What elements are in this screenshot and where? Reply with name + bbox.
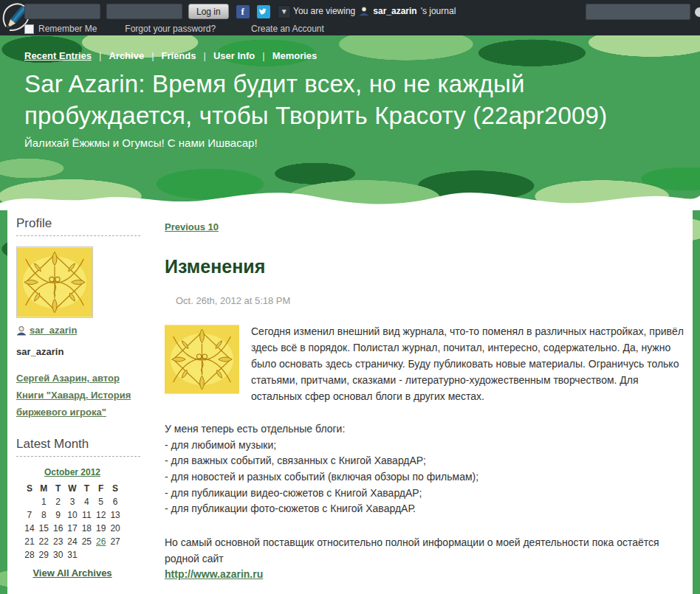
weekday-label: T [51, 482, 65, 495]
calendar-day [22, 495, 36, 508]
calendar-week-row: 7 8 9 10 11 12 13 [22, 508, 123, 522]
entry-title: Изменения [165, 256, 684, 277]
latest-month-heading: Latest Month [16, 437, 140, 457]
weekday-label: W [65, 482, 79, 495]
calendar-day: 25 [80, 535, 94, 548]
sidebar-username-text: sar_azarin [16, 346, 140, 357]
calendar-day: 3 [65, 495, 79, 508]
entry-date: Oct. 26th, 2012 at 5:18 PM [176, 295, 684, 306]
weekday-label: M [37, 482, 51, 495]
calendar-day: 28 [22, 548, 36, 562]
weekday-label: T [80, 482, 94, 495]
journal-nav: Recent Entries| Archive| Friends| User I… [24, 50, 676, 61]
calendar-day: 13 [108, 508, 122, 522]
content-area: Profile [7, 210, 693, 594]
calendar-weekday-row: S M T W T F S [22, 482, 123, 495]
view-all-archives-link[interactable]: View All Archives [32, 567, 111, 579]
weekday-label: S [22, 482, 36, 495]
calendar-day: 22 [37, 535, 51, 548]
nav-friends[interactable]: Friends [162, 50, 196, 61]
blog-list-item: - для публикации видео-сюжетов с Книгой … [165, 486, 684, 502]
nav-recent-entries[interactable]: Recent Entries [24, 50, 92, 61]
sidebar-username-link[interactable]: sar_azarin [30, 325, 77, 336]
calendar-day: 30 [51, 548, 65, 562]
password-input[interactable] [106, 4, 182, 19]
calendar-day: 19 [94, 522, 108, 535]
calendar-day: 12 [94, 508, 108, 522]
calendar-day: 24 [65, 535, 79, 548]
forgot-password-link[interactable]: Forgot your password? [125, 24, 216, 34]
calendar-day: 2 [51, 495, 65, 508]
calendar-day: 7 [22, 508, 36, 522]
calendar-day: 20 [108, 522, 122, 535]
calendar-day: 1 [37, 495, 51, 508]
profile-heading: Profile [16, 216, 140, 236]
calendar-week-row: 1 2 3 4 5 6 [22, 495, 123, 508]
calendar-day-link[interactable]: 26 [94, 535, 108, 548]
nav-separator: | [99, 50, 101, 61]
nav-separator: | [262, 50, 264, 61]
nav-separator: | [204, 50, 206, 61]
calendar-day: 15 [37, 522, 51, 535]
viewing-status: You are viewing sar_azarin's journal [293, 6, 456, 16]
journal-title: Sar Azarin: Время будит всех, но не кажд… [24, 69, 674, 132]
nav-memories[interactable]: Memories [272, 50, 318, 61]
camo-bottom-edge [0, 185, 700, 210]
calendar-month-link[interactable]: October 2012 [44, 467, 100, 477]
weekday-label: S [108, 482, 122, 495]
previous-10-link[interactable]: Previous 10 [165, 221, 219, 232]
calendar-day: 9 [51, 508, 65, 522]
calendar-day [108, 548, 122, 562]
page-background: Profile [0, 210, 700, 594]
journal-header: Recent Entries| Archive| Friends| User I… [0, 35, 700, 210]
viewing-suffix: 's journal [421, 6, 456, 16]
search-icon[interactable] [695, 7, 700, 17]
remember-me-label[interactable]: Remember Me [38, 24, 97, 34]
calendar-day: 11 [80, 508, 94, 522]
user-head-icon[interactable] [16, 325, 27, 336]
calendar: October 2012 S M T W T F S [16, 467, 128, 579]
entry-userpic[interactable] [165, 324, 239, 395]
calendar-day [80, 548, 94, 562]
entry-paragraph: Сегодня изменил внешний вид журнала, что… [251, 324, 684, 405]
nav-separator: | [151, 50, 154, 61]
weekday-label: F [94, 482, 108, 495]
calendar-day: 4 [80, 495, 94, 508]
nav-user-info[interactable]: User Info [213, 50, 255, 61]
main-column: Previous 10 Изменения Oct. 26th, 2012 at… [165, 210, 693, 594]
blog-list-item: - для новостей и разных событий (включая… [165, 469, 684, 486]
blog-list: У меня теперь есть отдельные блоги: - дл… [165, 421, 684, 517]
create-account-link[interactable]: Create an Account [251, 24, 324, 34]
calendar-day: 23 [51, 535, 65, 548]
entry-body: Сегодня изменил внешний вид журнала, что… [165, 324, 684, 594]
calendar-day: 27 [108, 535, 122, 548]
calendar-day: 31 [65, 548, 79, 562]
facebook-icon[interactable]: f [236, 5, 250, 18]
chevron-down-icon[interactable]: ▼ [278, 5, 291, 18]
blog-list-intro: У меня теперь есть отдельные блоги: [165, 421, 684, 438]
calendar-day: 29 [37, 548, 51, 562]
blog-list-item: - для публикации фото-сюжетов с Книгой Х… [165, 501, 684, 517]
viewing-username-link[interactable]: sar_azarin [373, 6, 416, 16]
calendar-day: 14 [22, 522, 36, 535]
nav-archive[interactable]: Archive [109, 50, 144, 61]
login-button[interactable]: Log in [188, 4, 229, 19]
calendar-week-row: 14 15 16 17 18 19 20 [22, 522, 123, 535]
azarin-site-link[interactable]: http://www.azarin.ru [165, 568, 263, 580]
username-input[interactable] [24, 4, 100, 19]
topbar: Log in f ▼ Remember Me Forgot your passw… [0, 0, 700, 35]
entry-paragraph: Но самый основной поставщик относительно… [165, 536, 659, 564]
calendar-day: 18 [80, 522, 94, 535]
search-input[interactable] [586, 4, 690, 20]
calendar-day [94, 548, 108, 562]
sidebar-bio-link[interactable]: Сергей Азарин, автор Книги "Хавард. Исто… [16, 373, 131, 418]
profile-avatar[interactable] [16, 246, 93, 318]
login-form: Log in f ▼ Remember Me Forgot your passw… [24, 4, 324, 34]
calendar-day: 21 [22, 535, 36, 548]
twitter-icon[interactable] [257, 5, 270, 18]
user-head-icon[interactable] [359, 6, 369, 16]
blog-list-item: - для важных событий, связанных с Книгой… [165, 453, 684, 469]
calendar-day: 16 [51, 522, 65, 535]
remember-me-checkbox[interactable] [24, 24, 34, 34]
calendar-day: 6 [108, 495, 122, 508]
